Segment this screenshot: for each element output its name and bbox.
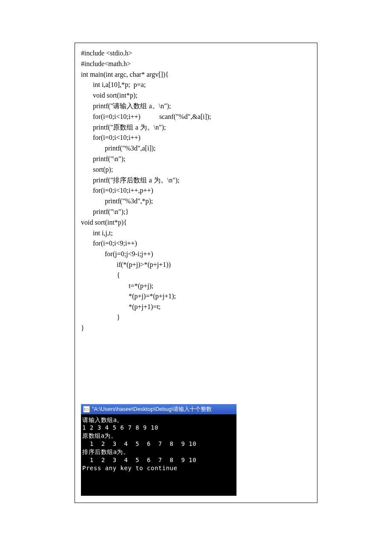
- console-path: "A:\Users\hasee\Desktop\Debug\请输入十个整数: [92, 405, 212, 413]
- code-box: #include <stdio.h> #include<math.h> int …: [75, 43, 317, 503]
- document-page: #include <stdio.h> #include<math.h> int …: [0, 0, 392, 529]
- console-titlebar: C:\ "A:\Users\hasee\Desktop\Debug\请输入十个整…: [81, 404, 236, 414]
- source-code: #include <stdio.h> #include<math.h> int …: [81, 48, 311, 334]
- console-wrap: C:\ "A:\Users\hasee\Desktop\Debug\请输入十个整…: [81, 404, 311, 496]
- console-window: C:\ "A:\Users\hasee\Desktop\Debug\请输入十个整…: [81, 404, 236, 496]
- cmd-icon: C:\: [83, 406, 90, 413]
- console-output: 请输入数组a。 1 2 3 4 5 6 7 8 9 10 原数组a为。 1 2 …: [81, 414, 236, 496]
